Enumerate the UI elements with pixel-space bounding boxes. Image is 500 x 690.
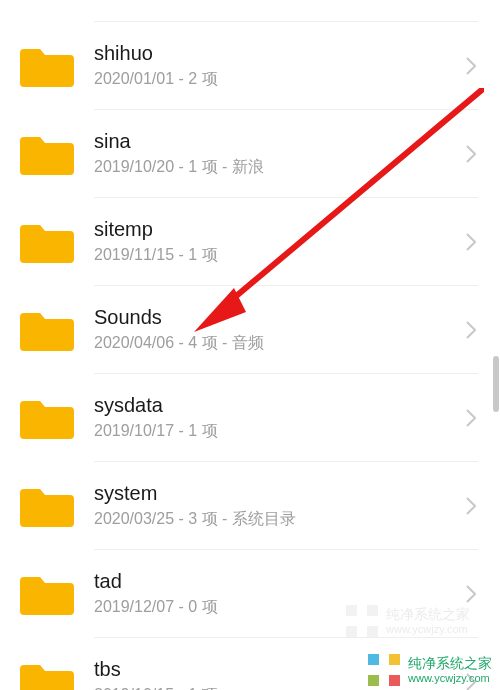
folder-body: Sounds 2020/04/06 - 4 项 - 音频 [94,306,466,354]
watermark-title: 纯净系统之家 [408,656,492,671]
folder-meta: 2019/10/20 - 1 项 - 新浪 [94,157,466,178]
folder-icon [20,395,74,441]
chevron-right-icon [466,57,476,75]
chevron-right-icon [466,409,476,427]
folder-name: Sounds [94,306,466,329]
folder-name: sitemp [94,218,466,241]
folder-icon [20,43,74,89]
folder-name: sysdata [94,394,466,417]
folder-item[interactable]: sina 2019/10/20 - 1 项 - 新浪 [0,110,500,198]
folder-meta: 2020/03/25 - 3 项 - 系统目录 [94,509,466,530]
folder-icon [20,307,74,353]
folder-item[interactable]: sysdata 2019/10/17 - 1 项 [0,374,500,462]
watermark-url: www.ycwjzy.com [408,672,492,684]
folder-item[interactable]: sitemp 2019/11/15 - 1 项 [0,198,500,286]
folder-icon [20,483,74,529]
folder-name: shihuo [94,42,466,65]
folder-item[interactable]: 2019/11/15 - 1 项 [0,0,500,22]
scrollbar-thumb[interactable] [493,356,499,412]
folder-list: 2019/11/15 - 1 项 shihuo 2020/01/01 - 2 项… [0,0,500,690]
watermark: 纯净系统之家 www.ycwjzy.com [366,652,492,688]
folder-meta: 2019/12/07 - 0 项 [94,597,466,618]
folder-item[interactable]: shihuo 2020/01/01 - 2 项 [0,22,500,110]
folder-item[interactable]: system 2020/03/25 - 3 项 - 系统目录 [0,462,500,550]
folder-body: system 2020/03/25 - 3 项 - 系统目录 [94,482,466,530]
folder-icon [20,571,74,617]
chevron-right-icon [466,497,476,515]
folder-body: sitemp 2019/11/15 - 1 项 [94,218,466,266]
folder-meta: 2020/01/01 - 2 项 [94,69,466,90]
folder-icon [20,219,74,265]
chevron-right-icon [466,585,476,603]
folder-icon [20,0,74,2]
chevron-right-icon [466,321,476,339]
folder-body: tad 2019/12/07 - 0 项 [94,570,466,618]
folder-name: sina [94,130,466,153]
chevron-right-icon [466,145,476,163]
folder-meta: 2019/10/17 - 1 项 [94,421,466,442]
folder-meta: 2019/11/15 - 1 项 [94,245,466,266]
folder-icon [20,659,74,690]
folder-meta: 2020/04/06 - 4 项 - 音频 [94,333,466,354]
watermark-logo-icon [366,652,402,688]
chevron-right-icon [466,233,476,251]
folder-name: system [94,482,466,505]
folder-name: tad [94,570,466,593]
folder-item-sounds[interactable]: Sounds 2020/04/06 - 4 项 - 音频 [0,286,500,374]
watermark-text: 纯净系统之家 www.ycwjzy.com [408,656,492,683]
folder-body: sysdata 2019/10/17 - 1 项 [94,394,466,442]
folder-body: shihuo 2020/01/01 - 2 项 [94,42,466,90]
folder-icon [20,131,74,177]
folder-body: sina 2019/10/20 - 1 项 - 新浪 [94,130,466,178]
folder-item[interactable]: tad 2019/12/07 - 0 项 [0,550,500,638]
